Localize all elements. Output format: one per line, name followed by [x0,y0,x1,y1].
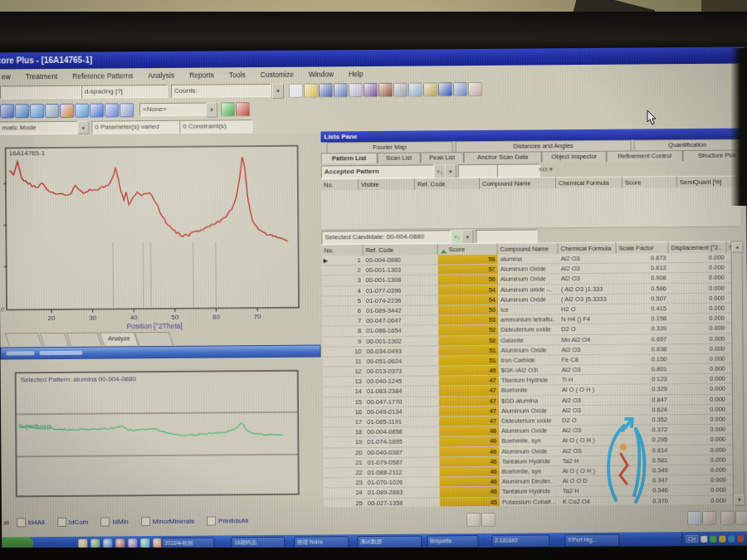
quick-launch-icon-2[interactable] [103,538,112,548]
redo-icon[interactable] [453,82,467,96]
dspacing-field[interactable]: d-spacing [?] [81,85,168,99]
cut-icon[interactable] [393,83,408,97]
mode-combo[interactable]: matic Mode [0,121,81,135]
ref-code: 01-070-1026 [365,478,440,488]
save-all-icon[interactable] [334,83,348,97]
macro-button-id4all[interactable]: Id4All [14,517,47,528]
bottombar-icon-1[interactable] [481,513,496,527]
candidates-icon[interactable] [105,103,119,117]
profile-fit-icon[interactable] [30,104,44,118]
quick-launch-icon-4[interactable] [128,538,137,548]
bottombar-icon-5[interactable] [735,510,747,524]
tab-refinement-control[interactable]: Refinement Control [607,150,683,163]
pattern-list-empty[interactable] [321,187,740,231]
tab-pattern-list[interactable]: Pattern List [321,153,378,164]
xxx-label: xxx ▾ [539,165,553,173]
pane-title-bar[interactable] [0,345,320,360]
view-tab-analyze[interactable]: Analyze [100,332,139,345]
menu-item-treatment[interactable]: Treatment [24,71,60,80]
reference-pattern-combo[interactable]: <None> [139,103,211,117]
tray-icon-2[interactable] [719,535,725,542]
sort-ascending-icon[interactable] [441,246,447,253]
grid-icon[interactable] [120,103,134,117]
ref-code: 00-047-0647 [364,316,438,326]
candidate-extra-field[interactable] [476,229,537,243]
tray-icon-4[interactable] [737,535,744,542]
menu-item-help[interactable]: Help [347,69,365,79]
pattern-chart-icon[interactable] [90,104,104,118]
menu-item-ew[interactable]: ew [0,71,12,81]
accept-pattern-icon[interactable] [221,102,235,116]
help-icon[interactable] [468,82,482,96]
selected-candidate-field[interactable]: Selected Candidate: 00-004-0880 [321,230,451,244]
view-tab-blank-0[interactable] [5,333,42,346]
view-tab-blank-4[interactable] [134,332,173,345]
macro-button-printidsall[interactable]: PrintIdsAll [204,515,251,526]
copy-icon[interactable] [408,83,422,97]
taskbar-button-6[interactable]: X'Pert Hig... [564,534,619,548]
scroll-down-icon[interactable]: ▼ [734,494,745,505]
tray-icon-0[interactable] [701,535,707,542]
row-no: 15 [323,397,364,407]
scan-position-field[interactable] [0,85,81,100]
bottombar-icon-0[interactable] [466,513,481,527]
candidate-scrollbar[interactable]: ▲ ▼ [730,241,745,507]
view-tab-blank-1[interactable] [40,333,69,346]
tray-language-label[interactable]: CH [686,535,698,543]
bottombar-icon-4[interactable] [720,511,735,525]
background-tool-icon[interactable] [45,104,59,118]
menu-item-reference-patterns[interactable]: Reference Patterns [71,71,134,81]
quick-launch-icon-3[interactable] [115,538,124,548]
toolbar-dropdown-icon[interactable]: ▾ [272,84,284,99]
menu-item-reports[interactable]: Reports [188,70,216,80]
reference-pattern-combo-arrow-icon[interactable]: ▾ [206,102,217,117]
search-match-icon[interactable] [60,104,74,118]
accepted-pattern-field[interactable]: Accepted Pattern [321,164,434,178]
bottombar-icon-2[interactable] [687,511,701,525]
save-icon[interactable] [319,83,333,97]
tab-peak-list[interactable]: Peak List [421,152,464,163]
accepted-pattern-slot1[interactable] [458,164,501,178]
candidate-list[interactable]: 1▶00-004-088058aluminaAl2 O30.8730.00020… [322,253,743,508]
taskbar-button-4[interactable]: Briquette [427,535,478,548]
tab-anchor-scan-data[interactable]: Anchor Scan Data [464,151,542,163]
reject-pattern-icon[interactable] [236,102,250,116]
taskbar-button-3[interactable]: 测试数据 [357,536,422,549]
paste-icon[interactable] [423,82,437,96]
score: 51 [438,346,498,356]
globe-icon[interactable] [75,104,89,118]
tray-icon-1[interactable] [710,535,716,542]
taskbar-button-5[interactable]: 2-1816#2 [491,534,549,548]
displacement: 0.000 [669,253,727,263]
displacement: 0.000 [669,314,727,324]
menu-item-tools[interactable]: Tools [227,70,247,80]
print-icon[interactable] [349,83,363,97]
open-icon[interactable] [304,84,318,98]
tab-scan-list[interactable]: Scan List [378,153,421,164]
accepted-pattern-slot2[interactable] [497,163,540,177]
quick-launch-icon-5[interactable] [140,538,149,548]
export-icon[interactable] [364,83,378,97]
peaks-tool-icon[interactable] [15,104,29,118]
tab-object-inspector[interactable]: Object Inspector [542,151,607,163]
counts-field[interactable]: Counts: [171,84,271,98]
menu-item-analysis[interactable]: Analysis [146,70,176,80]
tray-icon-3[interactable] [728,535,735,542]
score: 56 [438,275,498,285]
chemical-formula: Al2 O3 [559,446,618,455]
new-document-icon[interactable] [289,84,303,98]
scan-tool-icon[interactable] [0,104,14,118]
menu-item-customize[interactable]: Customize [259,69,295,79]
macro-button-idcom[interactable]: IdCom [55,517,91,528]
mode-combo-arrow-icon[interactable]: ▾ [77,121,89,134]
menu-item-window[interactable]: Window [307,69,335,79]
scroll-up-icon[interactable]: ▲ [731,241,743,252]
undo-icon[interactable] [438,82,452,96]
scale-factor: 0.329 [618,385,670,395]
view-tab-blank-2[interactable] [66,333,102,346]
report-icon[interactable] [378,83,393,97]
scale-factor: 0.349 [618,465,671,475]
macro-button-minorminerals[interactable]: MinorMinerals [139,516,197,528]
bottombar-icon-3[interactable] [702,511,716,525]
macro-button-idmin[interactable]: IdMin [98,516,131,527]
